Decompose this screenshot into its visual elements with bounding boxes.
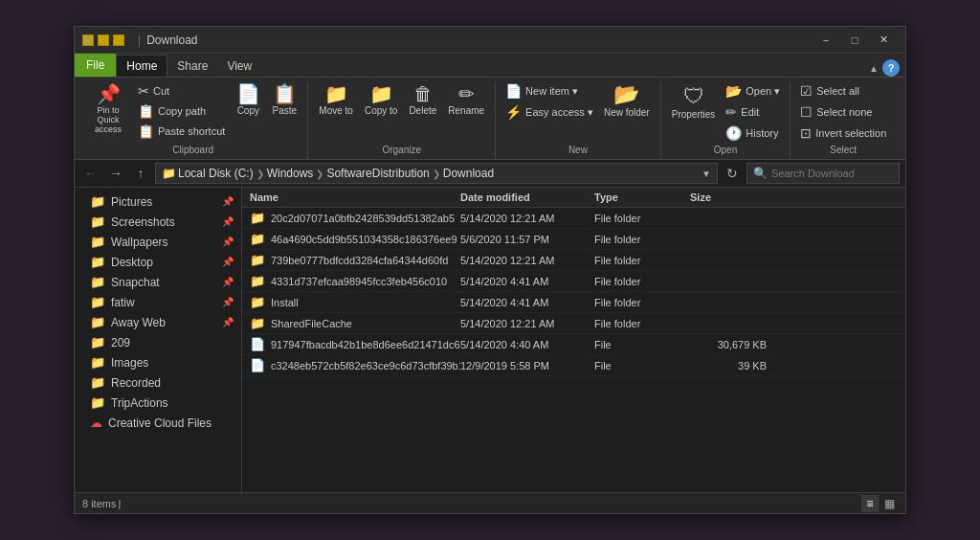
path-download[interactable]: Download (443, 167, 494, 180)
rename-label: Rename (448, 105, 484, 116)
sidebar-item-away-web[interactable]: 📁 Away Web 📌 (75, 312, 241, 332)
copy-to-icon: 📁 (369, 84, 393, 103)
details-view-button[interactable]: ≡ (861, 495, 879, 512)
select-none-icon: ☐ (800, 104, 813, 120)
ribbon-group-new: 📄 New item ▾ ⚡ Easy access ▾ 📂 New folde… (496, 81, 661, 159)
new-folder-button[interactable]: 📂 New folder (599, 81, 655, 121)
file-folder-icon: 📁 (250, 295, 265, 309)
open-button[interactable]: 📂 Open ▾ (722, 81, 784, 101)
tab-view[interactable]: View (217, 56, 261, 77)
select-all-button[interactable]: ☑ Select all (796, 81, 890, 101)
paste-shortcut-button[interactable]: 📋 Paste shortcut (134, 122, 229, 141)
refresh-button[interactable]: ↻ (722, 163, 743, 184)
copy-button[interactable]: 📄 Copy (231, 81, 265, 119)
sidebar-item-creative-cloud[interactable]: ☁ Creative Cloud Files (75, 413, 241, 433)
sidebar-item-wallpapers[interactable]: 📁 Wallpapers 📌 (75, 232, 241, 252)
history-button[interactable]: 🕐 History (722, 124, 784, 143)
sidebar-item-images[interactable]: 📁 Images (75, 352, 241, 372)
sidebar-item-screenshots[interactable]: 📁 Screenshots 📌 (75, 212, 241, 232)
tab-share[interactable]: Share (167, 56, 217, 77)
path-local-disk[interactable]: Local Disk (C:) (178, 167, 254, 180)
sidebar-item-label: Wallpapers (111, 236, 168, 249)
table-row[interactable]: 📁 46a4690c5dd9b551034358c186376ee9 5/6/2… (242, 229, 905, 250)
edit-button[interactable]: ✏ Edit (722, 102, 784, 122)
column-name[interactable]: Name (250, 191, 460, 203)
table-row[interactable]: 📁 Install 5/14/2020 4:41 AM File folder (242, 292, 905, 313)
close-button[interactable]: ✕ (869, 31, 898, 50)
maximize-button[interactable]: □ (840, 31, 869, 50)
copy-path-label: Copy path (158, 105, 206, 117)
address-path[interactable]: 📁 Local Disk (C:) ❯ Windows ❯ SoftwareDi… (155, 163, 718, 184)
table-row[interactable]: 📁 739be0777bdfcdd3284cfa64344d60fd 5/14/… (242, 250, 905, 271)
file-date: 5/14/2020 12:21 AM (460, 318, 594, 329)
search-input[interactable] (771, 168, 886, 179)
table-row[interactable]: 📁 4331d737efcaa98945fcc3feb456c010 5/14/… (242, 271, 905, 292)
sidebar-item-snapchat[interactable]: 📁 Snapchat 📌 (75, 272, 241, 292)
new-item-button[interactable]: 📄 New item ▾ (501, 81, 597, 101)
copy-to-button[interactable]: 📁 Copy to (360, 81, 402, 119)
sidebar-item-fatiw[interactable]: 📁 fatiw 📌 (75, 292, 241, 312)
select-label: Select (796, 145, 890, 155)
ribbon-collapse-arrow[interactable]: ▲ (869, 63, 879, 74)
status-bar: 8 items | ≡ ▦ (75, 492, 905, 513)
paste-button[interactable]: 📋 Paste (267, 81, 301, 119)
column-date[interactable]: Date modified (460, 191, 594, 203)
path-windows[interactable]: Windows (267, 167, 314, 180)
status-cursor: | (118, 498, 121, 509)
move-to-button[interactable]: 📁 Move to (314, 81, 358, 119)
sidebar-item-pictures[interactable]: 📁 Pictures 📌 (75, 191, 241, 212)
delete-icon: 🗑 (413, 84, 433, 103)
up-button[interactable]: ↑ (130, 163, 151, 184)
pin-to-quick-access-button[interactable]: 📌 Pin to Quick access (84, 81, 132, 137)
new-label: New (501, 145, 655, 155)
pin-icon: 📌 (222, 277, 234, 287)
sidebar-item-desktop[interactable]: 📁 Desktop 📌 (75, 252, 241, 272)
paste-icon: 📋 (273, 84, 297, 103)
select-none-button[interactable]: ☐ Select none (796, 102, 890, 122)
sidebar-item-recorded[interactable]: 📁 Recorded (75, 372, 241, 393)
file-folder-icon: 📁 (250, 211, 265, 225)
cut-button[interactable]: ✂ Cut (134, 81, 229, 101)
table-row[interactable]: 📄 c3248eb572cb5f82e63ce9c6d73cfbf39b1...… (242, 355, 905, 376)
sidebar-item-label: Screenshots (111, 215, 175, 229)
invert-selection-button[interactable]: ⊡ Invert selection (796, 124, 890, 143)
cut-icon: ✂ (138, 83, 149, 99)
table-row[interactable]: 📁 20c2d07071a0bfb2428539dd51382ab5 5/14/… (242, 208, 905, 229)
sidebar-item-209[interactable]: 📁 209 (75, 332, 241, 352)
folder-icon: 📁 (90, 315, 105, 329)
help-button[interactable]: ? (882, 59, 900, 77)
table-row[interactable]: 📁 SharedFileCache 5/14/2020 12:21 AM Fil… (242, 313, 905, 334)
easy-access-button[interactable]: ⚡ Easy access ▾ (501, 102, 597, 122)
tab-home[interactable]: Home (116, 55, 167, 77)
pin-icon: 📌 (222, 216, 234, 227)
table-row[interactable]: 📄 917947fbacdb42b1be8d6ee6d21471dc6... 5… (242, 334, 905, 355)
sidebar-item-label: Creative Cloud Files (108, 416, 212, 430)
file-folder-icon: 📁 (250, 232, 265, 246)
back-button[interactable]: ← (80, 163, 101, 184)
rename-button[interactable]: ✏ Rename (443, 81, 489, 119)
main-area: 📁 Pictures 📌 📁 Screenshots 📌 📁 Wallpaper… (75, 188, 905, 492)
delete-button[interactable]: 🗑 Delete (404, 81, 441, 119)
properties-button[interactable]: 🛡 Properties (667, 81, 721, 123)
invert-label: Invert selection (815, 127, 886, 139)
forward-button[interactable]: → (105, 163, 126, 184)
sidebar: 📁 Pictures 📌 📁 Screenshots 📌 📁 Wallpaper… (75, 188, 242, 492)
file-name-cell: 📄 c3248eb572cb5f82e63ce9c6d73cfbf39b1... (250, 358, 460, 372)
file-name: SharedFileCache (271, 318, 352, 329)
history-icon: 🕐 (725, 125, 742, 141)
search-box[interactable]: 🔍 (746, 163, 900, 184)
sidebar-item-label: Recorded (111, 376, 161, 390)
sidebar-item-tripactions[interactable]: 📁 TripActions (75, 393, 241, 413)
clipboard-label: Clipboard (84, 145, 301, 155)
path-dropdown-icon[interactable]: ▼ (702, 169, 711, 179)
file-name: 46a4690c5dd9b551034358c186376ee9 (271, 234, 457, 245)
column-type[interactable]: Type (594, 191, 690, 203)
minimize-button[interactable]: − (812, 31, 840, 50)
tab-file[interactable]: File (75, 54, 116, 77)
copy-path-button[interactable]: 📋 Copy path (134, 101, 229, 121)
path-software-distribution[interactable]: SoftwareDistribution (326, 167, 429, 180)
large-icons-button[interactable]: ▦ (880, 495, 898, 512)
column-size[interactable]: Size (690, 191, 767, 203)
file-type: File (594, 339, 690, 350)
file-name-cell: 📁 739be0777bdfcdd3284cfa64344d60fd (250, 253, 460, 267)
